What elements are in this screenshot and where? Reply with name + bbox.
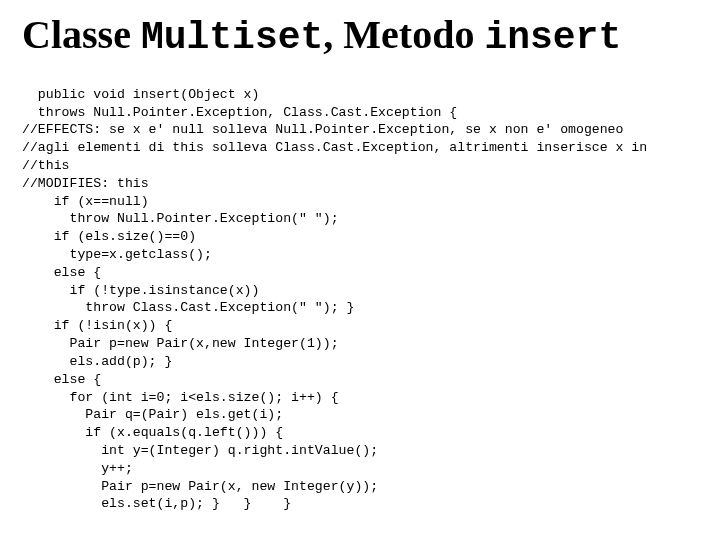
code-line: type=x.getclass(); xyxy=(22,247,212,262)
code-line: if (x.equals(q.left())) { xyxy=(22,425,283,440)
code-line: if (els.size()==0) xyxy=(22,229,196,244)
title-word-multiset: Multiset xyxy=(141,16,323,59)
code-line: //EFFECTS: se x e' null solleva Null.Poi… xyxy=(22,122,623,137)
code-line: public void insert(Object x) xyxy=(22,87,259,102)
code-line: if (x==null) xyxy=(22,194,149,209)
code-line: //MODIFIES: this xyxy=(22,176,149,191)
code-line: //agli elementi di this solleva Class.Ca… xyxy=(22,140,647,155)
code-line: else { xyxy=(22,372,101,387)
code-line: throw Class.Cast.Exception(" "); } xyxy=(22,300,354,315)
code-line: Pair p=new Pair(x, new Integer(y)); xyxy=(22,479,378,494)
code-line: if (!isin(x)) { xyxy=(22,318,172,333)
code-line: throw Null.Pointer.Exception(" "); xyxy=(22,211,339,226)
code-line: Pair p=new Pair(x,new Integer(1)); xyxy=(22,336,339,351)
code-line: if (!type.isinstance(x)) xyxy=(22,283,259,298)
code-line: throws Null.Pointer.Exception, Class.Cas… xyxy=(22,105,457,120)
title-word-classe: Classe xyxy=(22,12,141,57)
code-line: Pair q=(Pair) els.get(i); xyxy=(22,407,283,422)
code-line: else { xyxy=(22,265,101,280)
slide-title: Classe Multiset, Metodo insert xyxy=(22,14,698,58)
title-word-insert: insert xyxy=(484,16,621,59)
code-line: y++; xyxy=(22,461,133,476)
code-line: for (int i=0; i<els.size(); i++) { xyxy=(22,390,339,405)
title-word-metodo: , Metodo xyxy=(323,12,484,57)
slide: Classe Multiset, Metodo insert public vo… xyxy=(0,0,720,540)
code-line: //this xyxy=(22,158,69,173)
code-line: els.add(p); } xyxy=(22,354,172,369)
code-line: els.set(i,p); } } } xyxy=(22,496,291,511)
code-block: public void insert(Object x) throws Null… xyxy=(22,68,698,531)
code-line: int y=(Integer) q.right.intValue(); xyxy=(22,443,378,458)
